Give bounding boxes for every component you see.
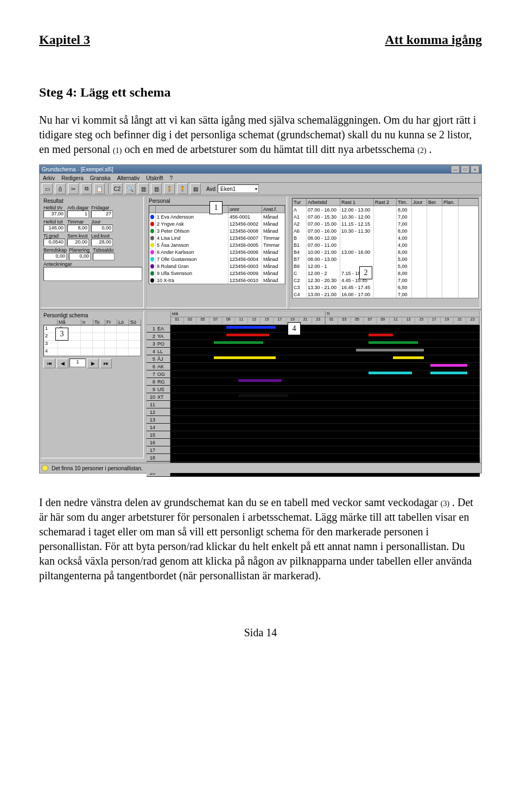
toolbar-button-0[interactable]: ▭	[42, 183, 53, 194]
gantt-bar[interactable]	[368, 341, 418, 344]
column-header[interactable]: Rast 1	[340, 199, 374, 206]
gantt-bar[interactable]	[238, 379, 282, 382]
turer-grid[interactable]: TurArbetstidRast 1Rast 2Tim.JourBer.Plan…	[292, 198, 479, 298]
gantt-bar[interactable]	[430, 372, 467, 374]
field-value[interactable]: 20,00	[67, 239, 89, 246]
personal-row[interactable]: 9 Ulla Svensson123456-0009Månad	[149, 270, 285, 277]
tur-row[interactable]: B912.00 - 15,00	[293, 263, 478, 270]
personal-row[interactable]: 3 Peter Ohlson123456-0008Månad	[149, 227, 285, 234]
tur-row[interactable]: B410.00 - 21.0013.00 - 16.008,00	[293, 248, 478, 255]
column-header[interactable]: Tim.	[397, 199, 412, 206]
gantt-row[interactable]: 5ÅJ	[147, 355, 480, 363]
nav-last-button[interactable]: ⏭	[100, 359, 112, 368]
gantt-row[interactable]: 12	[147, 408, 480, 416]
gantt-row[interactable]: 7OG	[147, 370, 480, 378]
toolbar-button-6[interactable]: C2	[112, 183, 123, 194]
gantt-row[interactable]: 1EA	[147, 325, 480, 333]
column-header[interactable]: Tur	[293, 199, 307, 206]
tur-row[interactable]: C12.00 - 27.15 - 18.158,00	[293, 270, 478, 277]
personal-row[interactable]: 4 Lisa Lind123456-0007Timmar	[149, 234, 285, 241]
tur-row[interactable]: C413.00 - 21.0016.00 - 17.007,00	[293, 291, 478, 298]
menu-alternativ[interactable]: Alternativ	[117, 175, 140, 181]
personal-row[interactable]: 7 Olle Gustavsson123456-0004Månad	[149, 255, 285, 263]
personal-row[interactable]: 10 X-tra123456-0010Månad	[149, 277, 285, 284]
field-value[interactable]: 0,00	[91, 225, 113, 232]
maximize-button[interactable]: □	[461, 165, 469, 173]
gantt-row[interactable]: 13	[147, 416, 480, 424]
field-value[interactable]: 148,00	[43, 225, 65, 232]
column-header[interactable]: Anst.f.	[262, 206, 285, 213]
tur-row[interactable]: A107.00 - 15.3010.30 - 12.007,00	[293, 213, 478, 220]
personal-row[interactable]: 2 Yngve Ask123456-0002Månad	[149, 220, 285, 227]
column-header[interactable]: onnr	[228, 206, 262, 213]
toolbar-button-2[interactable]: ✂	[68, 183, 79, 194]
gantt-row[interactable]: 11	[147, 401, 480, 408]
field-value[interactable]: 0,00	[43, 253, 67, 260]
gantt-bar[interactable]	[368, 334, 393, 336]
gantt-bar[interactable]	[238, 394, 288, 397]
menu-arkiv[interactable]: Arkiv	[43, 175, 55, 181]
toolbar-button-11[interactable]: 🧍	[177, 183, 188, 194]
menu-utskrift[interactable]: Utskrift	[146, 175, 163, 181]
toolbar-button-9[interactable]: ▥	[151, 183, 162, 194]
field-value[interactable]: 0,0540	[43, 239, 65, 246]
gantt-row[interactable]: 9US	[147, 386, 480, 393]
toolbar-button-10[interactable]: 🧍	[164, 183, 175, 194]
gantt-row[interactable]: 8RG	[147, 378, 480, 386]
nav-first-button[interactable]: ⏮	[43, 359, 55, 368]
column-header[interactable]: Ber.	[427, 199, 442, 206]
menu-?[interactable]: ?	[169, 175, 173, 181]
field-value[interactable]: 28,00	[91, 239, 113, 246]
avd-select[interactable]: Eken1	[218, 184, 259, 193]
field-value[interactable]: 1	[67, 210, 89, 218]
gantt-row[interactable]: 18	[147, 454, 480, 462]
nav-prev-button[interactable]: ◀	[56, 359, 68, 368]
tur-row[interactable]: B107.00 - 11.004,00	[293, 241, 478, 248]
tur-row[interactable]: A07.00 - 16.0012.00 - 13.008,00	[293, 206, 478, 213]
gantt-bar[interactable]	[356, 349, 424, 351]
gantt-bar[interactable]	[214, 341, 263, 344]
toolbar-button-1[interactable]: ⎙	[55, 183, 66, 194]
tur-row[interactable]: A607.00 - 16.0010.30 - 11.308,00	[293, 227, 478, 234]
field-value[interactable]: 0,00	[69, 253, 91, 260]
menu-granska[interactable]: Granska	[90, 175, 111, 181]
toolbar-button-8[interactable]: ▥	[138, 183, 149, 194]
toolbar-button-7[interactable]: 🔍	[125, 183, 136, 194]
gantt-row[interactable]: 15	[147, 431, 480, 439]
column-header[interactable]: Arbetstid	[307, 199, 340, 206]
nav-page-input[interactable]: 1	[69, 359, 86, 367]
gantt-row[interactable]: 3PO	[147, 340, 480, 348]
tur-row[interactable]: C313.30 - 21.0016.45 - 17.456,50	[293, 284, 478, 291]
tur-row[interactable]: B708.00 - 13.005,00	[293, 255, 478, 263]
column-header[interactable]: Plan.	[442, 199, 459, 206]
ps-row[interactable]: 4	[44, 348, 141, 356]
gantt-bar[interactable]	[368, 372, 412, 374]
toolbar-button-3[interactable]: ⧉	[81, 183, 92, 194]
tur-row[interactable]: B08.00 - 12.004,00	[293, 234, 478, 241]
field-value[interactable]: 8,00	[67, 225, 89, 232]
column-header[interactable]	[149, 206, 156, 213]
gantt-row[interactable]: 6AK	[147, 363, 480, 370]
column-header[interactable]: Rast 2	[374, 199, 397, 206]
column-header[interactable]: Jour	[412, 199, 427, 206]
gantt-row[interactable]: 14	[147, 424, 480, 431]
nav-next-button[interactable]: ▶	[87, 359, 99, 368]
tur-row[interactable]: A207.00 - 15.0011.15 - 12.157,00	[293, 220, 478, 227]
field-value[interactable]: 27	[91, 210, 113, 218]
gantt-row[interactable]: 16	[147, 439, 480, 446]
menu-redigera[interactable]: Redigera	[61, 175, 84, 181]
personal-row[interactable]: 8 Roland Gran123456-0003Månad	[149, 263, 285, 270]
personal-row[interactable]: 6 Ander Karlsson123456-0006Månad	[149, 248, 285, 255]
gantt-rows[interactable]: 1EA2YA3PO4LL5ÅJ6AK7OG8RG9US10XT111213141…	[147, 325, 480, 477]
gantt-row[interactable]: 4LL	[147, 348, 480, 355]
gantt-bar[interactable]	[214, 356, 276, 359]
field-value[interactable]	[93, 253, 115, 260]
gantt-bar[interactable]	[393, 356, 424, 359]
close-button[interactable]: ×	[471, 165, 479, 173]
gantt-row[interactable]: 17	[147, 446, 480, 454]
gantt-bar[interactable]	[430, 364, 467, 367]
gantt-row[interactable]: 2YA	[147, 333, 480, 340]
gantt-bar[interactable]	[226, 326, 276, 329]
anteckningar-input[interactable]	[43, 267, 142, 281]
field-value[interactable]: 37,00	[43, 210, 65, 218]
